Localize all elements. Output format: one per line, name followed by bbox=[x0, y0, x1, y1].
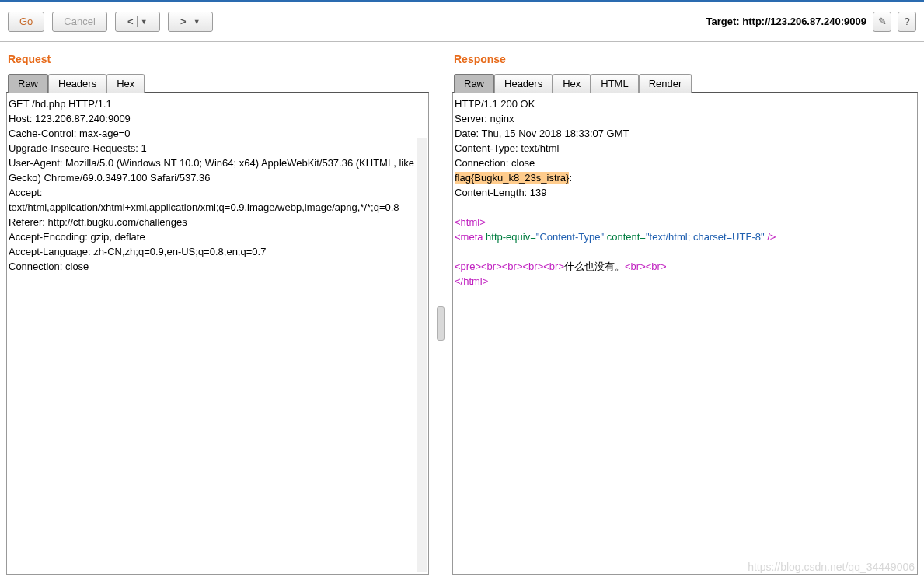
dropdown-icon: ▼ bbox=[141, 18, 148, 26]
go-button[interactable]: Go bbox=[8, 12, 44, 32]
tab-raw[interactable]: Raw bbox=[8, 74, 48, 93]
chevron-right-icon: > bbox=[180, 16, 187, 27]
response-pane: Response Raw Headers Hex HTML Render HTT… bbox=[446, 42, 924, 575]
request-line: Referer: http://ctf.bugku.com/challenges bbox=[9, 215, 427, 229]
tab-headers[interactable]: Headers bbox=[48, 74, 106, 93]
toolbar-right: Target: http://123.206.87.240:9009 ✎ ? bbox=[706, 12, 916, 32]
help-button[interactable]: ? bbox=[898, 12, 916, 32]
tab-html[interactable]: HTML bbox=[591, 74, 638, 93]
request-line: Accept: text/html,application/xhtml+xml,… bbox=[9, 185, 427, 215]
request-line: Accept-Language: zh-CN,zh;q=0.9,en-US;q=… bbox=[9, 244, 427, 259]
tab-headers[interactable]: Headers bbox=[494, 74, 553, 93]
toolbar: Go Cancel < ▼ > ▼ Target: http://123.206… bbox=[0, 2, 924, 42]
edit-target-button[interactable]: ✎ bbox=[873, 12, 891, 32]
pencil-icon: ✎ bbox=[878, 16, 887, 27]
tab-raw[interactable]: Raw bbox=[454, 74, 494, 93]
cancel-button[interactable]: Cancel bbox=[52, 12, 106, 32]
next-button[interactable]: > ▼ bbox=[168, 12, 213, 32]
request-line: User-Agent: Mozilla/5.0 (Windows NT 10.0… bbox=[9, 156, 427, 185]
request-content[interactable]: GET /hd.php HTTP/1.1Host: 123.206.87.240… bbox=[6, 92, 429, 575]
request-line: Connection: close bbox=[9, 259, 427, 274]
toolbar-left: Go Cancel < ▼ > ▼ bbox=[8, 12, 213, 32]
request-line: Accept-Encoding: gzip, deflate bbox=[9, 229, 427, 244]
chevron-left-icon: < bbox=[127, 16, 134, 27]
request-line: Host: 123.206.87.240:9009 bbox=[9, 111, 427, 126]
request-line: GET /hd.php HTTP/1.1 bbox=[9, 96, 427, 111]
tab-hex[interactable]: Hex bbox=[553, 74, 591, 93]
response-line: Date: Thu, 15 Nov 2018 18:33:07 GMT bbox=[455, 126, 915, 141]
response-title: Response bbox=[454, 53, 918, 65]
response-tabs: Raw Headers Hex HTML Render bbox=[454, 73, 918, 92]
target-label: Target: http://123.206.87.240:9009 bbox=[706, 16, 866, 27]
tab-hex[interactable]: Hex bbox=[106, 74, 145, 93]
request-title: Request bbox=[8, 53, 429, 65]
request-line: Upgrade-Insecure-Requests: 1 bbox=[9, 141, 427, 156]
tab-render[interactable]: Render bbox=[639, 74, 692, 93]
request-line: Cache-Control: max-age=0 bbox=[9, 126, 427, 141]
pane-divider[interactable] bbox=[435, 42, 446, 575]
request-tabs: Raw Headers Hex bbox=[8, 73, 429, 92]
response-line: Server: nginx bbox=[455, 111, 915, 126]
request-pane: Request Raw Headers Hex GET /hd.php HTTP… bbox=[0, 42, 435, 575]
help-icon: ? bbox=[904, 16, 909, 27]
response-line: Content-Type: text/html bbox=[455, 141, 915, 156]
response-line: Connection: close bbox=[455, 156, 915, 170]
prev-button[interactable]: < ▼ bbox=[115, 12, 160, 32]
scrollbar[interactable] bbox=[417, 138, 427, 572]
response-line: HTTP/1.1 200 OK bbox=[455, 96, 915, 111]
response-content[interactable]: HTTP/1.1 200 OKServer: nginxDate: Thu, 1… bbox=[452, 92, 918, 575]
dropdown-icon: ▼ bbox=[194, 18, 200, 26]
flag-highlight: flag{Bugku_k8_23s_istra} bbox=[455, 172, 569, 184]
